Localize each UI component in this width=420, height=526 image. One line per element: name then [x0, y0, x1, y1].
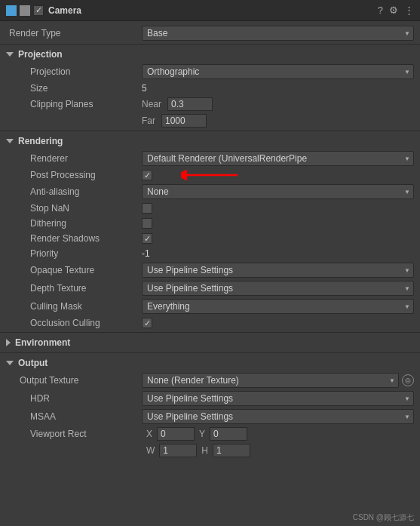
viewport-rect-label: Viewport Rect [6, 429, 142, 439]
output-texture-dropdown-wrap: None (Render Texture) [142, 373, 399, 388]
anti-aliasing-dropdown[interactable]: None [142, 184, 414, 199]
size-row: Size 5 [0, 81, 420, 96]
environment-section-header[interactable]: Environment [0, 334, 420, 351]
divider-1 [0, 44, 420, 45]
opaque-texture-dropdown-wrap: Use Pipeline Settings [142, 263, 414, 278]
projection-section-header[interactable]: Projection [0, 46, 420, 63]
viewport-rect-row: Viewport Rect X Y [0, 426, 420, 442]
projection-dropdown[interactable]: Orthographic [142, 64, 414, 79]
post-processing-row: Post Processing [0, 168, 420, 183]
culling-mask-label: Culling Mask [6, 301, 142, 312]
anti-aliasing-row: Anti-aliasing None [0, 183, 420, 201]
renderer-label: Renderer [6, 153, 142, 164]
more-icon[interactable]: ⋮ [404, 5, 414, 16]
output-texture-picker-icon[interactable]: ◎ [402, 374, 414, 386]
anti-aliasing-dropdown-wrap: None [142, 184, 414, 199]
environment-section-label: Environment [15, 337, 70, 348]
title-bar-title: Camera [48, 5, 373, 16]
camera-icon-grey [20, 5, 30, 16]
dithering-label: Dithering [6, 218, 142, 229]
near-input[interactable] [167, 97, 213, 111]
msaa-row: MSAA Use Pipeline Settings [0, 408, 420, 426]
settings-icon[interactable]: ⚙ [389, 5, 398, 16]
hdr-label: HDR [6, 393, 142, 404]
active-checkbox[interactable]: ✓ [33, 5, 44, 16]
renderer-dropdown[interactable]: Default Renderer (UniversalRenderPipe [142, 151, 414, 166]
depth-texture-label: Depth Texture [6, 283, 142, 294]
render-type-label: Render Type [6, 28, 142, 38]
culling-mask-dropdown-wrap: Everything [142, 299, 414, 314]
output-texture-value: None (Render Texture) ◎ [142, 373, 414, 388]
divider-4 [0, 352, 420, 353]
size-value: 5 [142, 83, 414, 94]
y-input[interactable] [210, 427, 247, 441]
output-texture-label: Output Texture [6, 375, 142, 386]
occlusion-culling-checkbox[interactable] [142, 318, 152, 328]
far-label: Far [142, 115, 155, 126]
title-bar-actions: ? ⚙ ⋮ [378, 5, 414, 16]
depth-texture-dropdown[interactable]: Use Pipeline Settings [142, 281, 414, 296]
projection-triangle [6, 52, 14, 57]
viewport-h-pair: H [201, 444, 250, 457]
near-label: Near [142, 99, 161, 109]
render-type-row: Render Type Base [0, 24, 420, 42]
clipping-planes-label: Clipping Planes [6, 99, 142, 109]
size-label: Size [6, 83, 142, 94]
w-label: W [146, 445, 155, 456]
clipping-values: Near [142, 97, 213, 111]
priority-row: Priority -1 [0, 246, 420, 261]
render-shadows-checkbox[interactable] [142, 233, 152, 244]
renderer-dropdown-wrap: Default Renderer (UniversalRenderPipe [142, 151, 414, 166]
msaa-dropdown-wrap: Use Pipeline Settings [142, 409, 414, 424]
stop-nan-label: Stop NaN [6, 203, 142, 214]
occlusion-culling-row: Occlusion Culling [0, 315, 420, 331]
opaque-texture-dropdown[interactable]: Use Pipeline Settings [142, 263, 414, 278]
stop-nan-row: Stop NaN [0, 201, 420, 216]
projection-section-label: Projection [18, 49, 63, 60]
culling-mask-row: Culling Mask Everything [0, 297, 420, 315]
post-processing-checkbox[interactable] [142, 170, 152, 180]
viewport-x-pair: X [146, 427, 195, 441]
projection-row: Projection Orthographic [0, 63, 420, 81]
stop-nan-checkbox[interactable] [142, 203, 152, 214]
h-label: H [201, 445, 208, 456]
h-input[interactable] [213, 444, 250, 457]
viewport-w-pair: W [146, 444, 197, 457]
title-bar: ✓ Camera ? ⚙ ⋮ [0, 0, 420, 21]
x-input[interactable] [157, 427, 195, 441]
inspector-content: Render Type Base Projection Projection O… [0, 21, 420, 462]
red-arrow-indicator [181, 166, 241, 184]
culling-mask-dropdown[interactable]: Everything [142, 299, 414, 314]
depth-texture-dropdown-wrap: Use Pipeline Settings [142, 281, 414, 296]
hdr-dropdown[interactable]: Use Pipeline Settings [142, 391, 414, 406]
viewport-wh-row: W H [0, 442, 420, 459]
projection-dropdown-wrap: Orthographic [142, 64, 414, 79]
post-processing-label: Post Processing [6, 170, 142, 180]
output-section-header[interactable]: Output [0, 355, 420, 371]
y-label: Y [199, 429, 205, 439]
title-bar-icons: ✓ [6, 5, 44, 16]
render-type-dropdown[interactable]: Base [142, 26, 414, 41]
dithering-checkbox[interactable] [142, 218, 152, 229]
rendering-section-header[interactable]: Rendering [0, 133, 420, 149]
depth-texture-row: Depth Texture Use Pipeline Settings [0, 279, 420, 297]
rendering-triangle [6, 139, 14, 143]
msaa-dropdown[interactable]: Use Pipeline Settings [142, 409, 414, 424]
render-shadows-label: Render Shadows [6, 233, 142, 244]
far-input[interactable] [161, 114, 207, 128]
render-shadows-row: Render Shadows [0, 231, 420, 246]
priority-label: Priority [6, 248, 142, 259]
output-texture-dropdown[interactable]: None (Render Texture) [142, 373, 399, 388]
divider-3 [0, 332, 420, 333]
rendering-section-label: Rendering [18, 136, 63, 146]
help-icon[interactable]: ? [378, 5, 383, 16]
opaque-texture-label: Opaque Texture [6, 265, 142, 275]
hdr-dropdown-wrap: Use Pipeline Settings [142, 391, 414, 406]
output-triangle [6, 361, 14, 365]
red-arrow-svg [181, 166, 241, 184]
priority-value: -1 [142, 248, 414, 259]
viewport-y-pair: Y [199, 427, 247, 441]
divider-2 [0, 131, 420, 131]
render-type-dropdown-wrap: Base [142, 26, 414, 41]
w-input[interactable] [159, 444, 197, 457]
